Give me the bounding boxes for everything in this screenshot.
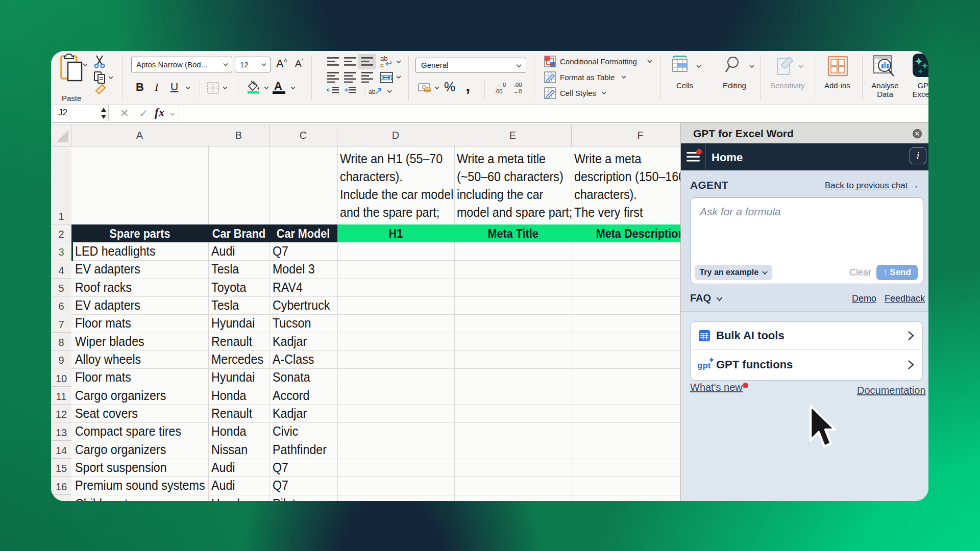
svg-text:→0: →0 xyxy=(513,88,522,94)
svg-text:c: c xyxy=(380,61,384,68)
svg-text:.00: .00 xyxy=(514,82,522,88)
svg-text:←0: ←0 xyxy=(497,82,506,88)
svg-text:ab: ab xyxy=(369,88,376,95)
svg-text:gpt: gpt xyxy=(697,361,711,370)
svg-text:.00: .00 xyxy=(495,88,502,94)
